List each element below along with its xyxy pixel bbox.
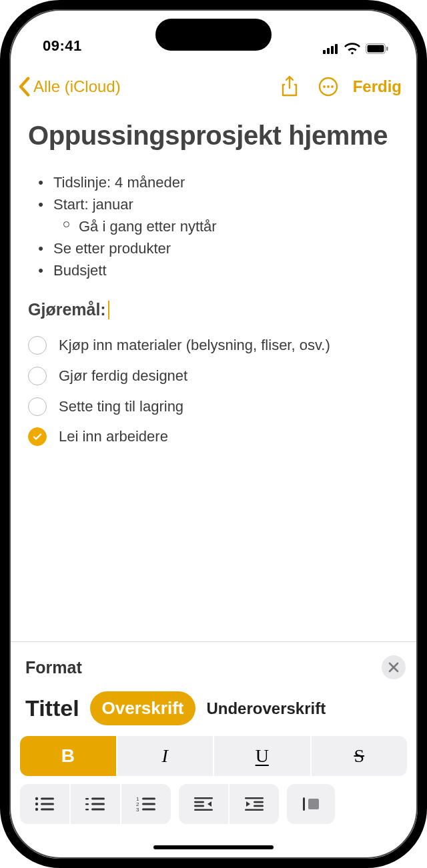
svg-rect-26 <box>142 798 155 800</box>
checklist[interactable]: Kjøp inn materialer (belysning, fliser, … <box>28 330 399 452</box>
checklist-item[interactable]: Gjør ferdig designet <box>28 361 399 391</box>
bullet-text: Tidslinje: 4 måneder <box>53 171 185 193</box>
svg-rect-33 <box>245 797 264 799</box>
checklist-item[interactable]: Kjøp inn materialer (belysning, fliser, … <box>28 330 399 361</box>
svg-rect-22 <box>91 809 105 811</box>
svg-rect-6 <box>386 47 388 51</box>
open-bullet-icon <box>53 217 79 239</box>
svg-rect-32 <box>194 805 204 807</box>
svg-rect-15 <box>41 803 54 805</box>
svg-rect-16 <box>41 809 54 811</box>
block-quote-icon <box>300 795 322 813</box>
style-title[interactable]: Tittel <box>25 695 79 721</box>
svg-rect-20 <box>91 798 105 800</box>
bullet-item[interactable]: Gå i gang etter nyttår <box>28 215 399 237</box>
bullet-text: Start: januar <box>53 193 133 215</box>
svg-rect-21 <box>91 803 105 805</box>
checklist-text: Sette ting til lagring <box>59 397 399 417</box>
cellular-icon <box>323 43 339 54</box>
checklist-item[interactable]: Lei inn arbeidere <box>28 421 399 452</box>
status-time: 09:41 <box>43 37 82 55</box>
svg-rect-17 <box>85 798 89 799</box>
outdent-icon <box>193 795 214 813</box>
bullet-text: Gå i gang etter nyttår <box>79 215 217 237</box>
svg-rect-30 <box>194 809 213 811</box>
svg-rect-27 <box>142 803 155 805</box>
svg-rect-14 <box>41 798 54 800</box>
indent-icon <box>244 795 265 813</box>
numbered-list-button[interactable]: 123 <box>121 784 171 824</box>
svg-point-9 <box>327 85 330 88</box>
dashed-list-button[interactable] <box>71 784 120 824</box>
bullet-item[interactable]: •Tidslinje: 4 måneder <box>28 171 399 193</box>
bullet-icon: • <box>28 259 53 281</box>
checklist-text: Gjør ferdig designet <box>59 366 399 386</box>
format-panel-title: Format <box>25 658 82 677</box>
checkbox-icon[interactable] <box>28 336 47 355</box>
checkbox-checked-icon[interactable] <box>28 427 47 446</box>
block-quote-button[interactable] <box>287 784 335 824</box>
style-heading[interactable]: Overskrift <box>90 691 196 725</box>
svg-rect-5 <box>368 45 384 53</box>
svg-rect-1 <box>327 48 330 54</box>
bullet-item[interactable]: •Start: januar <box>28 193 399 215</box>
bullet-icon: • <box>28 237 53 259</box>
status-icons <box>323 43 388 55</box>
svg-rect-37 <box>303 797 305 811</box>
numbered-list-icon: 123 <box>135 795 157 813</box>
svg-text:3: 3 <box>136 807 139 813</box>
more-icon <box>318 76 339 97</box>
underline-button[interactable]: U <box>214 736 310 776</box>
text-format-group: B I U S <box>20 736 407 784</box>
back-label: Alle (iCloud) <box>33 77 121 96</box>
dashed-list-icon <box>85 795 106 813</box>
italic-button[interactable]: I <box>117 736 214 776</box>
checkbox-icon[interactable] <box>28 397 47 416</box>
close-icon <box>388 662 399 673</box>
paragraph-style-picker[interactable]: Tittel Overskrift Underoverskrift <box>20 691 407 736</box>
svg-rect-29 <box>194 797 213 799</box>
bullet-icon: • <box>28 171 53 193</box>
note-title[interactable]: Oppussingsprosjekt hjemme <box>28 120 399 151</box>
home-indicator[interactable] <box>153 845 274 849</box>
checklist-item[interactable]: Sette ting til lagring <box>28 391 399 422</box>
text-cursor <box>108 301 109 319</box>
svg-rect-38 <box>308 799 319 809</box>
strikethrough-button[interactable]: S <box>312 736 408 776</box>
svg-rect-28 <box>142 809 155 811</box>
close-format-button[interactable] <box>382 655 406 679</box>
note-content[interactable]: Oppussingsprosjekt hjemme •Tidslinje: 4 … <box>9 109 418 452</box>
bullet-item[interactable]: •Se etter produkter <box>28 237 399 259</box>
bulleted-list-button[interactable] <box>20 784 69 824</box>
svg-rect-18 <box>85 803 89 805</box>
outdent-button[interactable] <box>179 784 228 824</box>
svg-rect-2 <box>331 46 334 54</box>
note-subheading[interactable]: Gjøremål: <box>28 300 399 319</box>
bold-button[interactable]: B <box>20 736 116 776</box>
back-button[interactable]: Alle (iCloud) <box>17 77 121 97</box>
checkbox-icon[interactable] <box>28 367 47 385</box>
bulleted-list-icon <box>34 795 55 813</box>
svg-rect-3 <box>335 44 338 54</box>
bullet-text: Se etter produkter <box>53 237 171 259</box>
bullet-list[interactable]: •Tidslinje: 4 måneder•Start: januarGå i … <box>28 171 399 281</box>
svg-point-10 <box>331 85 334 88</box>
share-button[interactable] <box>272 73 308 100</box>
svg-point-11 <box>35 797 38 800</box>
svg-rect-35 <box>254 801 264 803</box>
indent-button[interactable] <box>230 784 279 824</box>
list-format-row: 123 <box>20 784 407 824</box>
more-button[interactable] <box>310 73 346 100</box>
svg-point-12 <box>35 803 38 805</box>
style-subheading[interactable]: Underoverskrift <box>206 699 326 718</box>
svg-rect-36 <box>254 805 264 807</box>
nav-bar: Alle (iCloud) Ferdig <box>9 56 418 109</box>
bullet-item[interactable]: •Budsjett <box>28 259 399 281</box>
svg-point-13 <box>35 808 38 811</box>
subheading-text: Gjøremål: <box>28 300 106 319</box>
bullet-text: Budsjett <box>53 259 107 281</box>
bullet-icon: • <box>28 193 53 215</box>
done-button[interactable]: Ferdig <box>349 77 402 96</box>
svg-rect-34 <box>245 809 264 811</box>
svg-rect-31 <box>194 801 204 803</box>
